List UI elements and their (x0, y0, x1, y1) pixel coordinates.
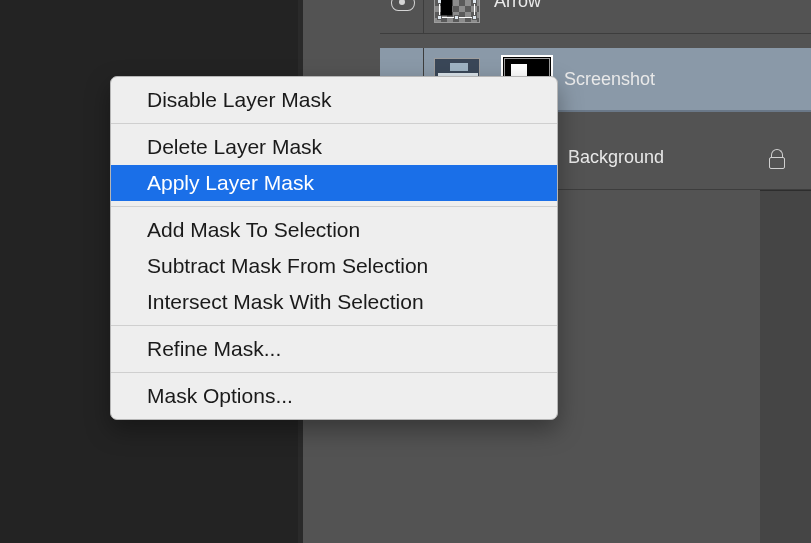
menu-mask-options[interactable]: Mask Options... (111, 378, 557, 414)
menu-apply-layer-mask[interactable]: Apply Layer Mask (111, 165, 557, 201)
layer-name[interactable]: Screenshot (564, 69, 655, 90)
menu-subtract-mask-from-selection[interactable]: Subtract Mask From Selection (111, 248, 557, 284)
eye-icon (391, 0, 413, 9)
panel-empty-area (760, 190, 811, 543)
menu-intersect-mask-with-selection[interactable]: Intersect Mask With Selection (111, 284, 557, 320)
menu-add-mask-to-selection[interactable]: Add Mask To Selection (111, 212, 557, 248)
menu-separator (111, 325, 557, 326)
layer-row-arrow[interactable]: Arrow (380, 0, 811, 34)
lock-icon[interactable] (769, 149, 785, 167)
menu-refine-mask[interactable]: Refine Mask... (111, 331, 557, 367)
visibility-toggle[interactable] (380, 0, 424, 33)
menu-delete-layer-mask[interactable]: Delete Layer Mask (111, 129, 557, 165)
layer-mask-context-menu: Disable Layer Mask Delete Layer Mask App… (110, 76, 558, 420)
layer-thumbnail[interactable] (434, 0, 480, 23)
menu-separator (111, 206, 557, 207)
menu-separator (111, 123, 557, 124)
menu-disable-layer-mask[interactable]: Disable Layer Mask (111, 82, 557, 118)
layer-name[interactable]: Background (568, 147, 664, 168)
menu-separator (111, 372, 557, 373)
layer-name[interactable]: Arrow (494, 0, 541, 12)
